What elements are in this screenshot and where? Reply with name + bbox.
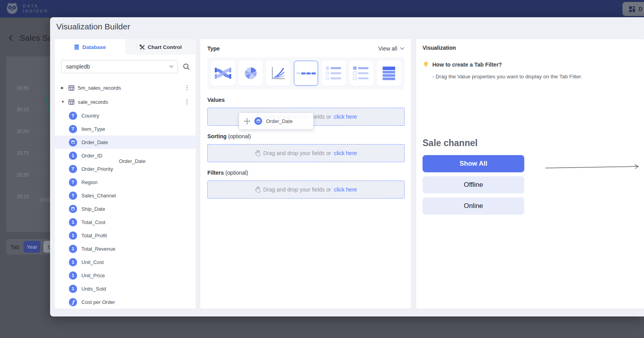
tab-bar-label: Tab: [10, 244, 20, 250]
dropzone-click-here-link[interactable]: click here: [334, 150, 357, 156]
dashboard-button[interactable]: D: [622, 2, 644, 16]
annotation-arrow: [545, 163, 643, 172]
field-row[interactable]: 1Unit_Price: [55, 269, 196, 282]
type-checkbox-list-icon[interactable]: [349, 61, 374, 86]
view-all-label: View all: [378, 45, 397, 52]
drag-hand-icon: [255, 150, 261, 157]
date-field-icon: [254, 117, 262, 125]
text-field-icon: T: [69, 125, 77, 133]
preview-button-show-all[interactable]: Show All: [423, 155, 524, 172]
builder-panel: Type View all: [200, 39, 411, 309]
field-row[interactable]: TItem_Type: [55, 122, 196, 136]
date-field-icon: [69, 205, 77, 213]
field-row[interactable]: TCountry: [55, 109, 196, 122]
type-section-label: Type: [207, 45, 220, 52]
field-row[interactable]: 1Units_Sold: [55, 282, 196, 295]
field-label: Order_Date: [81, 139, 108, 145]
chart-y-tick: 30.25: [11, 107, 29, 112]
tab-database[interactable]: Database: [55, 39, 125, 55]
field-row[interactable]: 1Unit_Cost: [55, 255, 196, 269]
kebab-menu-icon[interactable]: ⋮: [184, 85, 190, 91]
dashboard-icon: [629, 6, 635, 13]
database-select[interactable]: [61, 60, 178, 73]
tools-icon: [139, 44, 145, 50]
drag-ghost-text: Order_Date: [119, 158, 146, 164]
database-select-input[interactable]: [66, 63, 169, 70]
values-section-label: Values: [207, 97, 405, 103]
brand-line1: DATA: [23, 4, 49, 9]
type-pie-chart-icon[interactable]: [239, 61, 263, 86]
field-row[interactable]: 1Total_Cost: [55, 215, 196, 229]
dropzone-text: Drag and drop your fields or: [263, 186, 331, 193]
modal-title: Visualization Builder: [56, 22, 130, 31]
type-line-chart-icon[interactable]: [266, 61, 290, 86]
field-row[interactable]: Order_Date: [55, 136, 196, 149]
back-chevron-icon[interactable]: [7, 34, 15, 42]
database-panel: Database Chart Control: [55, 39, 196, 309]
number-field-icon: 1: [69, 152, 77, 160]
field-row[interactable]: 1Total_Profit: [55, 229, 196, 242]
database-icon: [74, 44, 79, 50]
caret-collapsed-icon[interactable]: ▶: [61, 86, 65, 90]
chevron-down-icon: [400, 47, 405, 50]
tree-node-sale-records[interactable]: ▼ sale_records ⋮: [55, 95, 196, 109]
visualization-panel: Visualization How to create a Tab Filter…: [416, 39, 644, 309]
date-field-icon: [69, 138, 77, 146]
field-row[interactable]: TRegion: [55, 175, 196, 189]
number-field-icon: 1: [69, 245, 77, 253]
dropzone-text: Drag and drop your fields or: [263, 150, 331, 156]
text-field-icon: T: [69, 192, 77, 200]
field-row[interactable]: TOrder_Priority: [55, 162, 196, 175]
field-row[interactable]: ƒCost per Order: [55, 295, 196, 309]
sorting-dropzone[interactable]: Drag and drop your fields or click here: [207, 144, 405, 162]
type-sankey-chart-icon[interactable]: [211, 61, 235, 86]
field-label: Units_Sold: [81, 286, 106, 292]
background-tab-year[interactable]: Year: [23, 241, 40, 253]
field-label: Order_Priority: [81, 166, 113, 172]
caret-expanded-icon[interactable]: ▼: [61, 100, 65, 104]
table-icon: [68, 99, 74, 105]
tip-body: - Drag the Value properties you want to …: [432, 74, 638, 80]
left-panel-tabs: Database Chart Control: [55, 39, 196, 55]
field-label: Unit_Cost: [81, 259, 104, 265]
filters-dropzone[interactable]: Drag and drop your fields or click here: [207, 181, 405, 199]
number-field-icon: 1: [69, 258, 77, 266]
table-icon: [68, 85, 74, 91]
tree-node-5m-sales-records[interactable]: ▶ 5m_sales_records ⋮: [55, 81, 196, 95]
function-field-icon: ƒ: [69, 298, 77, 306]
dropzone-click-here-link[interactable]: click here: [334, 186, 357, 193]
drag-ghost-label: Order_Date: [266, 118, 293, 124]
chart-y-tick: 30.00: [11, 129, 29, 134]
field-row[interactable]: TSales_Channel: [55, 189, 196, 202]
kebab-menu-icon[interactable]: ⋮: [184, 99, 190, 105]
field-row[interactable]: Ship_Date: [55, 202, 196, 215]
lightbulb-icon: [423, 61, 429, 68]
tab-chart-control[interactable]: Chart Control: [125, 39, 196, 55]
view-all-button[interactable]: View all: [378, 45, 405, 52]
number-field-icon: 1: [69, 231, 77, 240]
tab-chart-control-label: Chart Control: [148, 44, 182, 50]
preview-button-online[interactable]: Online: [423, 197, 524, 215]
dropzone-click-here-link[interactable]: click here: [334, 114, 357, 120]
chevron-down-icon: [169, 65, 174, 68]
type-radio-list-icon[interactable]: [322, 61, 346, 86]
drag-ghost-card: Order_Date: [239, 112, 314, 130]
database-tree: ▶ 5m_sales_records ⋮ ▼ sale_re: [55, 78, 196, 309]
type-tab-filter-icon[interactable]: Tab: [294, 61, 318, 86]
field-label: Order_ID: [81, 153, 102, 159]
search-icon[interactable]: [183, 63, 190, 70]
field-label: Total_Cost: [81, 219, 105, 225]
app-logo[interactable]: DATA INSIDER: [5, 1, 49, 16]
field-label: Unit_Price: [81, 273, 105, 278]
chart-y-tick: 30.50: [11, 85, 29, 91]
text-field-icon: T: [69, 165, 77, 173]
field-row[interactable]: 1Total_Revenue: [55, 242, 196, 255]
visualization-heading: Visualization: [423, 45, 638, 51]
type-table-icon[interactable]: [377, 61, 401, 86]
brand-line2: INSIDER: [23, 9, 49, 14]
tree-node-label: sale_records: [78, 99, 108, 105]
field-label: Item_Type: [81, 126, 105, 132]
chart-x-tick: 2010: [39, 197, 50, 203]
preview-button-offline[interactable]: Offline: [423, 176, 524, 193]
preview-title: Sale channel: [423, 138, 524, 148]
